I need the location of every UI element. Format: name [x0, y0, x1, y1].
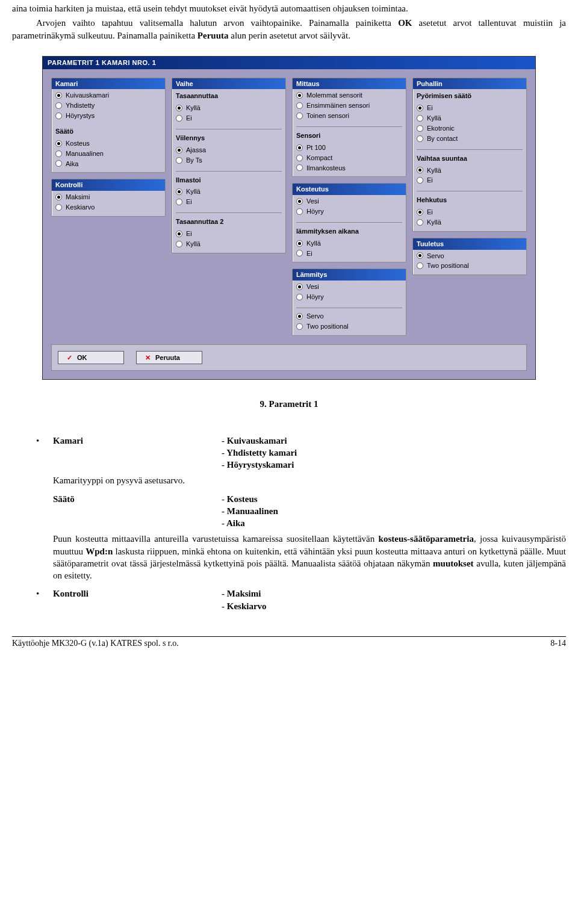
radio-icon — [296, 323, 303, 330]
opt-pyor-contact[interactable]: By contact — [417, 134, 523, 144]
col-1: Kamari Kuivauskamari Yhdistetty Höyrysty… — [51, 78, 166, 336]
saato-paragraph: Puun kosteutta mittaavilla antureilla va… — [53, 533, 566, 581]
opt-tasa-ei[interactable]: Ei — [176, 113, 282, 123]
opt-kuivauskamari[interactable]: Kuivauskamari — [55, 90, 161, 101]
radio-icon — [176, 188, 182, 195]
radio-icon — [417, 167, 423, 173]
radio-icon — [296, 198, 303, 205]
opt-lamm-twopos[interactable]: Two positional — [296, 321, 402, 332]
radio-icon — [176, 115, 182, 122]
opt-keskiarvo[interactable]: Keskiarvo — [55, 202, 161, 212]
opt-ilm-ei[interactable]: Ei — [176, 197, 282, 207]
radio-icon — [417, 115, 423, 122]
ok-button[interactable]: ✓OK — [58, 351, 124, 365]
group-mittaus: Mittaus Molemmat sensorit Ensimmäinen se… — [292, 78, 406, 178]
opt-aika[interactable]: Aika — [55, 159, 161, 169]
parametrit-dialog: PARAMETRIT 1 KAMARI NRO. 1 Kamari Kuivau… — [42, 56, 536, 380]
opt-lamm-vesi[interactable]: Vesi — [296, 282, 402, 292]
opt-tasa2-ei[interactable]: Ei — [176, 229, 282, 239]
radio-icon — [417, 177, 423, 184]
opt-pyor-eko[interactable]: Ekotronic — [417, 123, 523, 134]
radio-icon — [55, 204, 62, 211]
radio-icon — [55, 102, 62, 109]
radio-icon — [176, 147, 182, 153]
opt-yhdistetty[interactable]: Yhdistetty — [55, 101, 161, 111]
opt-ilm-kylla[interactable]: Kyllä — [176, 187, 282, 197]
opt-tasa2-kylla[interactable]: Kyllä — [176, 239, 282, 249]
kamari-note: Kamarityyppi on pysyvä asetusarvo. — [53, 474, 566, 486]
radio-icon — [417, 262, 423, 269]
opt-vaih-ei[interactable]: Ei — [417, 175, 523, 185]
opt-tuul-servo[interactable]: Servo — [417, 251, 523, 261]
group-tuuletus: Tuuletus Servo Two positional — [412, 238, 527, 276]
radio-icon — [296, 208, 303, 215]
radio-icon — [176, 231, 182, 237]
radio-icon — [417, 209, 423, 215]
opt-pyor-ei[interactable]: Ei — [417, 103, 523, 113]
bullet-saato: Säätö - Kosteus - Manuaalinen - Aika — [36, 493, 566, 530]
radio-icon — [296, 294, 303, 300]
opt-pyor-kylla[interactable]: Kyllä — [417, 113, 523, 123]
radio-icon — [176, 105, 182, 111]
opt-vaih-kylla[interactable]: Kyllä — [417, 166, 523, 176]
opt-lamm-servo[interactable]: Servo — [296, 311, 402, 321]
opt-lam-ei[interactable]: Ei — [296, 249, 402, 259]
radio-icon — [296, 250, 303, 256]
opt-pt100[interactable]: Pt 100 — [296, 143, 402, 153]
radio-icon — [417, 125, 423, 132]
opt-maksimi[interactable]: Maksimi — [55, 192, 161, 202]
footer-left: Käyttöohje MK320-G (v.1a) KATRES spol. s… — [12, 638, 179, 650]
radio-icon — [296, 113, 303, 119]
radio-icon — [296, 164, 303, 171]
radio-icon — [296, 284, 303, 290]
radio-icon — [296, 155, 303, 161]
radio-icon — [55, 140, 62, 147]
group-puhallin: Puhallin Pyörimisen säätö Ei Kyllä Ekotr… — [412, 78, 527, 232]
opt-tasa-kylla[interactable]: Kyllä — [176, 103, 282, 113]
col-3: Mittaus Molemmat sensorit Ensimmäinen se… — [292, 78, 406, 336]
opt-lam-kylla[interactable]: Kyllä — [296, 238, 402, 249]
radio-icon — [55, 150, 62, 157]
opt-hoyrystys[interactable]: Höyrystys — [55, 111, 161, 121]
radio-icon — [417, 219, 423, 226]
radio-icon — [417, 252, 423, 259]
cancel-button[interactable]: ✕Peruuta — [136, 351, 202, 365]
opt-lamm-hoyry[interactable]: Höyry — [296, 292, 402, 302]
opt-ensimmainen[interactable]: Ensimmäinen sensori — [296, 101, 402, 111]
opt-kosteus[interactable]: Kosteus — [55, 138, 161, 149]
intro-p1: aina toimia harkiten ja muistaa, että us… — [12, 2, 566, 14]
opt-kost-vesi[interactable]: Vesi — [296, 196, 402, 206]
opt-viil-ajassa[interactable]: Ajassa — [176, 145, 282, 155]
radio-icon — [55, 92, 62, 99]
radio-icon — [296, 144, 303, 151]
opt-molemmat[interactable]: Molemmat sensorit — [296, 90, 402, 101]
group-lammitys: Lämmitys Vesi Höyry Servo Two positional — [292, 268, 406, 335]
radio-icon — [55, 113, 62, 119]
opt-viil-byts[interactable]: By Ts — [176, 155, 282, 166]
radio-icon — [176, 241, 182, 247]
opt-toinen[interactable]: Toinen sensori — [296, 111, 402, 121]
footer-right: 8-14 — [550, 638, 566, 650]
button-bar: ✓OK ✕Peruuta — [51, 344, 527, 371]
radio-icon — [296, 102, 303, 109]
group-kontrolli: Kontrolli Maksimi Keskiarvo — [51, 179, 166, 217]
radio-icon — [55, 160, 62, 167]
group-kamari: Kamari Kuivauskamari Yhdistetty Höyrysty… — [51, 78, 166, 173]
opt-hehk-ei[interactable]: Ei — [417, 207, 523, 217]
bullet-kamari: • Kamari - Kuivauskamari - Yhdistetty ka… — [36, 435, 566, 471]
opt-ilmankosteus[interactable]: Ilmankosteus — [296, 163, 402, 173]
opt-manuaalinen[interactable]: Manuaalinen — [55, 149, 161, 159]
radio-icon — [417, 105, 423, 111]
opt-kost-hoyry[interactable]: Höyry — [296, 206, 402, 217]
opt-kompact[interactable]: Kompact — [296, 153, 402, 163]
radio-icon — [176, 199, 182, 205]
radio-icon — [296, 92, 303, 99]
group-vaihe: Vaihe Tasaannuttaa Kyllä Ei Viilennys Aj… — [172, 78, 286, 253]
bullet-kontrolli: • Kontrolli - Maksimi - Keskiarvo — [36, 588, 566, 612]
opt-hehk-kylla[interactable]: Kyllä — [417, 217, 523, 228]
cross-icon: ✕ — [145, 353, 151, 362]
radio-icon — [55, 194, 62, 200]
radio-icon — [296, 313, 303, 320]
col-4: Puhallin Pyörimisen säätö Ei Kyllä Ekotr… — [412, 78, 527, 336]
opt-tuul-twopos[interactable]: Two positional — [417, 261, 523, 271]
